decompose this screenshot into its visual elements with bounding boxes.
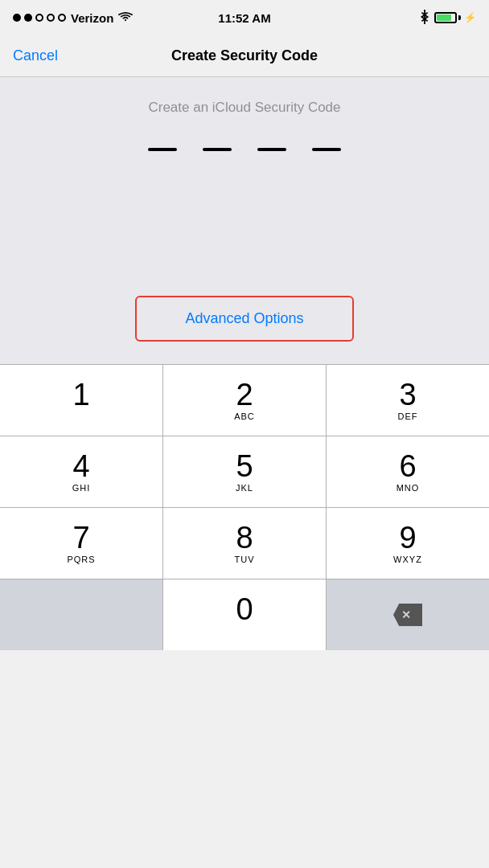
key-2[interactable]: 2 ABC: [163, 365, 327, 436]
battery-body: [434, 12, 457, 23]
key-5[interactable]: 5 JKL: [163, 436, 327, 507]
key-3[interactable]: 3 DEF: [327, 365, 489, 436]
pin-dash-4: [312, 148, 341, 151]
key-5-letters: JKL: [236, 483, 253, 493]
key-9-letters: WXYZ: [393, 555, 422, 564]
battery-indicator: ⚡: [434, 12, 476, 23]
key-8-number: 8: [236, 522, 253, 553]
advanced-options-container: Advanced Options: [13, 296, 476, 364]
advanced-options-button[interactable]: Advanced Options: [135, 296, 353, 342]
key-6-letters: MNO: [397, 483, 420, 493]
cancel-button[interactable]: Cancel: [13, 47, 58, 64]
wifi-icon: [118, 11, 133, 25]
pin-dash-1: [148, 148, 177, 151]
key-1[interactable]: 1: [0, 365, 163, 436]
status-time: 11:52 AM: [218, 11, 270, 25]
key-8[interactable]: 8 TUV: [163, 508, 327, 579]
battery-tip: [458, 15, 461, 20]
status-left: Verizon: [13, 11, 133, 25]
key-4[interactable]: 4 GHI: [0, 436, 163, 507]
page-title: Create Security Code: [171, 47, 318, 64]
nav-bar: Cancel Create Security Code: [0, 35, 489, 77]
bluetooth-icon: [420, 10, 429, 27]
backspace-x-mark: ✕: [401, 608, 411, 621]
key-4-number: 4: [72, 451, 89, 481]
key-8-letters: TUV: [235, 555, 255, 564]
signal-dot-4: [47, 14, 55, 22]
battery-charging-icon: ⚡: [464, 12, 476, 23]
backspace-icon: ✕: [393, 604, 422, 626]
signal-dot-3: [35, 14, 43, 22]
key-2-letters: ABC: [234, 411, 255, 421]
main-content: Create an iCloud Security Code Advanced …: [0, 77, 489, 364]
key-4-letters: GHI: [72, 483, 91, 493]
key-9-number: 9: [399, 522, 416, 553]
key-5-number: 5: [236, 451, 253, 481]
keyboard-row-2: 4 GHI 5 JKL 6 MNO: [0, 436, 489, 508]
key-empty: [0, 579, 163, 650]
signal-dot-1: [13, 14, 21, 22]
key-7[interactable]: 7 PQRS: [0, 508, 163, 579]
key-3-letters: DEF: [398, 411, 418, 421]
key-2-number: 2: [236, 379, 253, 410]
subtitle-text: Create an iCloud Security Code: [148, 100, 340, 116]
key-0-number: 0: [236, 594, 253, 624]
key-6-number: 6: [399, 451, 416, 481]
pin-dash-2: [203, 148, 232, 151]
advanced-options-label: Advanced Options: [185, 310, 303, 326]
battery-fill: [437, 14, 451, 21]
key-7-letters: PQRS: [67, 555, 95, 564]
backspace-button[interactable]: ✕: [327, 579, 489, 650]
keyboard-row-3: 7 PQRS 8 TUV 9 WXYZ: [0, 508, 489, 579]
pin-dash-3: [257, 148, 286, 151]
signal-dot-2: [24, 14, 32, 22]
key-3-number: 3: [399, 379, 416, 410]
keyboard-row-1: 1 2 ABC 3 DEF: [0, 365, 489, 436]
pin-input-display: [148, 148, 341, 151]
numeric-keyboard: 1 2 ABC 3 DEF 4 GHI 5 JKL 6 MNO 7 PQRS: [0, 364, 489, 650]
key-9[interactable]: 9 WXYZ: [327, 508, 489, 579]
signal-dots: [13, 14, 66, 22]
signal-dot-5: [58, 14, 66, 22]
carrier-name: Verizon: [71, 11, 113, 25]
key-1-number: 1: [72, 379, 89, 410]
status-bar: Verizon 11:52 AM ⚡: [0, 0, 489, 35]
key-6[interactable]: 6 MNO: [327, 436, 489, 507]
key-7-number: 7: [72, 522, 89, 553]
key-0[interactable]: 0: [163, 579, 327, 650]
status-right: ⚡: [420, 10, 476, 27]
keyboard-row-4: 0 ✕: [0, 579, 489, 650]
